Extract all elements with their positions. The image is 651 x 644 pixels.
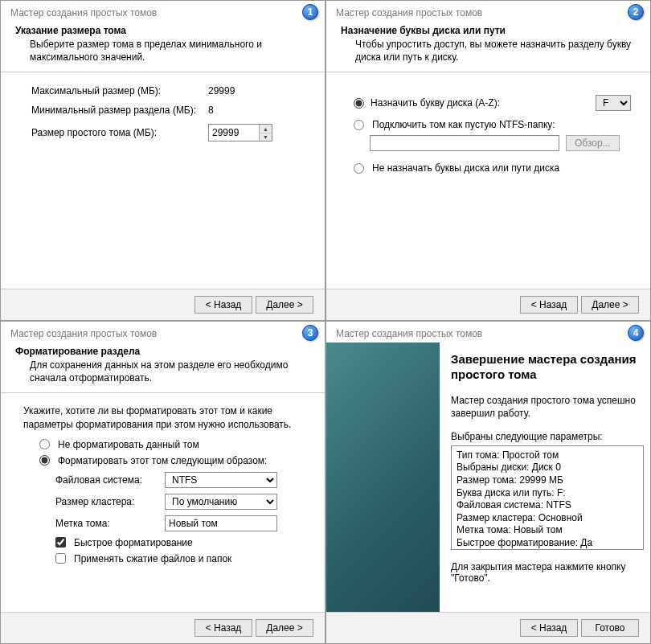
- params-list-item: Быстрое форматирование: Да: [457, 537, 638, 550]
- step-badge: 3: [302, 325, 318, 341]
- compression-checkbox[interactable]: [55, 553, 66, 564]
- max-size-label: Максимальный размер (МБ):: [31, 85, 208, 96]
- volume-size-input[interactable]: [209, 125, 259, 141]
- quick-format-label: Быстрое форматирование: [74, 537, 193, 548]
- params-list-item: Файловая система: NTFS: [457, 499, 638, 512]
- close-hint: Для закрытия мастера нажмите кнопку "Гот…: [451, 561, 644, 584]
- min-size-label: Минимальный размер раздела (МБ):: [31, 105, 208, 116]
- window-title: Мастер создания простых томов: [1, 322, 325, 343]
- params-list-item: Тип тома: Простой том: [457, 449, 638, 462]
- format-label: Форматировать этот том следующим образом…: [58, 455, 267, 466]
- drive-letter-select[interactable]: F: [596, 95, 631, 111]
- cluster-select[interactable]: По умолчанию: [165, 494, 277, 510]
- filesystem-select[interactable]: NTFS: [165, 472, 277, 488]
- format-hint: Укажите, хотите ли вы форматировать этот…: [23, 404, 305, 430]
- quick-format-checkbox[interactable]: [55, 537, 66, 548]
- page-title: Форматирование раздела: [15, 346, 310, 357]
- min-size-value: 8: [208, 105, 280, 116]
- finish-title: Завершение мастера создания простого том…: [451, 352, 644, 383]
- spinner-up-icon[interactable]: ▲: [260, 125, 272, 133]
- window-title: Мастер создания простых томов: [1, 1, 325, 22]
- mount-path-input: [370, 135, 559, 151]
- window-title: Мастер создания простых томов: [326, 1, 650, 22]
- window-title: Мастер создания простых томов: [326, 322, 650, 343]
- assign-letter-label: Назначить букву диска (A-Z):: [371, 97, 500, 109]
- assign-letter-radio[interactable]: [354, 98, 364, 109]
- wizard-side-image: [326, 343, 440, 612]
- browse-button: Обзор...: [566, 135, 620, 151]
- params-list-item: Выбраны диски: Диск 0: [457, 461, 638, 474]
- back-button[interactable]: < Назад: [520, 619, 578, 637]
- page-subtitle: Чтобы упростить доступ, вы можете назнач…: [341, 38, 636, 64]
- params-label: Выбраны следующие параметры:: [451, 431, 644, 442]
- cluster-label: Размер кластера:: [55, 496, 165, 507]
- next-button[interactable]: Далее >: [256, 296, 313, 314]
- params-list-item: Размер кластера: Основной: [457, 512, 638, 525]
- filesystem-label: Файловая система:: [55, 474, 165, 486]
- step-badge: 1: [302, 4, 318, 20]
- wizard-step-size: 1 Мастер создания простых томов Указание…: [0, 0, 326, 321]
- finish-button[interactable]: Готово: [581, 619, 639, 637]
- page-subtitle: Для сохранения данных на этом разделе ег…: [15, 359, 310, 384]
- volume-label-label: Метка тома:: [55, 518, 165, 529]
- no-assign-radio[interactable]: [354, 163, 364, 174]
- spinner-down-icon[interactable]: ▼: [260, 133, 272, 142]
- params-list-item: Метка тома: Новый том: [457, 524, 638, 537]
- page-subtitle: Выберите размер тома в пределах минималь…: [15, 38, 310, 64]
- page-title: Назначение буквы диска или пути: [341, 25, 636, 36]
- max-size-value: 29999: [208, 85, 280, 96]
- back-button[interactable]: < Назад: [194, 619, 252, 637]
- back-button[interactable]: < Назад: [520, 296, 578, 314]
- no-assign-label: Не назначать буквы диска или пути диска: [372, 162, 559, 174]
- mount-folder-label: Подключить том как пустую NTFS-папку:: [372, 119, 555, 130]
- volume-size-label: Размер простого тома (МБ):: [31, 127, 208, 138]
- back-button[interactable]: < Назад: [194, 296, 252, 314]
- wizard-step-finish: 4 Мастер создания простых томов Завершен…: [326, 321, 651, 644]
- volume-size-spinner[interactable]: ▲ ▼: [208, 124, 272, 142]
- params-list-item: Размер тома: 29999 МБ: [457, 474, 638, 487]
- params-list-item: Буква диска или путь: F:: [457, 487, 638, 500]
- page-title: Указание размера тома: [15, 25, 310, 36]
- no-format-label: Не форматировать данный том: [58, 439, 199, 450]
- compression-label: Применять сжатие файлов и папок: [74, 553, 231, 564]
- wizard-step-format: 3 Мастер создания простых томов Форматир…: [0, 321, 326, 644]
- format-radio[interactable]: [39, 455, 50, 466]
- step-badge: 2: [628, 4, 644, 20]
- params-listbox[interactable]: Тип тома: Простой томВыбраны диски: Диск…: [451, 445, 644, 550]
- wizard-step-drive-letter: 2 Мастер создания простых томов Назначен…: [326, 0, 651, 321]
- next-button[interactable]: Далее >: [256, 619, 313, 637]
- step-badge: 4: [628, 325, 644, 341]
- volume-label-input[interactable]: [165, 515, 277, 531]
- no-format-radio[interactable]: [39, 439, 50, 449]
- finish-subtitle: Мастер создания простого тома успешно за…: [451, 394, 644, 420]
- mount-folder-radio[interactable]: [354, 120, 364, 130]
- next-button[interactable]: Далее >: [581, 296, 639, 314]
